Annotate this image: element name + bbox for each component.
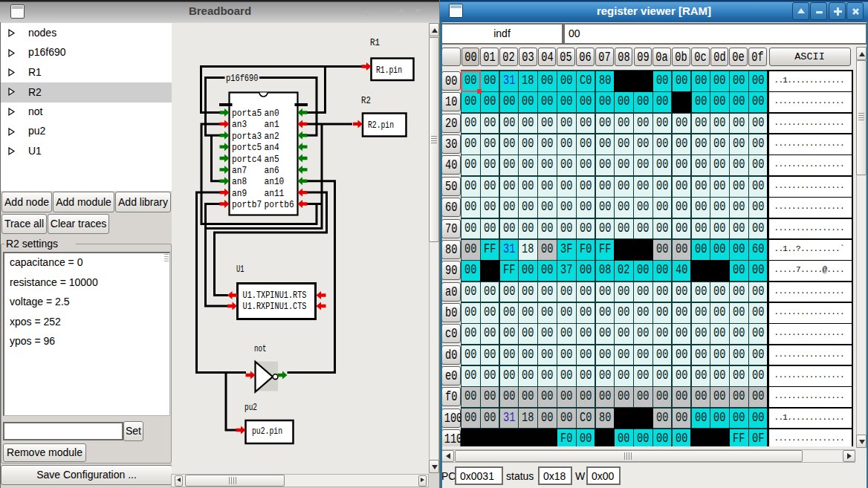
svg-text:an7: an7 xyxy=(232,165,247,176)
svg-text:an2: an2 xyxy=(265,131,279,142)
svg-text:an11: an11 xyxy=(265,188,285,199)
svg-text:portc5: portc5 xyxy=(232,142,262,153)
svg-text:an3: an3 xyxy=(232,119,247,130)
svg-text:porta5: porta5 xyxy=(232,108,262,119)
svg-text:U1: U1 xyxy=(236,264,244,275)
svg-text:portb7: portb7 xyxy=(232,199,262,210)
svg-text:p16f690: p16f690 xyxy=(226,73,259,84)
svg-text:R1.pin: R1.pin xyxy=(376,65,402,76)
svg-text:U1.TXPINU1.RTS: U1.TXPINU1.RTS xyxy=(243,290,307,301)
svg-text:porta3: porta3 xyxy=(232,131,262,142)
svg-text:U1.RXPINU1.CTS: U1.RXPINU1.CTS xyxy=(243,302,307,312)
svg-text:an9: an9 xyxy=(232,188,247,199)
svg-text:an8: an8 xyxy=(232,176,247,187)
svg-text:an10: an10 xyxy=(265,176,285,187)
svg-text:an6: an6 xyxy=(265,165,279,176)
svg-text:not: not xyxy=(254,343,267,354)
svg-text:an0: an0 xyxy=(265,108,279,119)
svg-text:pu2.pin: pu2.pin xyxy=(252,426,282,437)
svg-text:pu2: pu2 xyxy=(244,402,257,413)
svg-text:portb6: portb6 xyxy=(265,199,294,210)
svg-text:an4: an4 xyxy=(265,142,279,153)
svg-text:R1: R1 xyxy=(370,37,380,48)
svg-text:an1: an1 xyxy=(265,119,279,130)
svg-text:portc4: portc4 xyxy=(232,154,262,165)
svg-text:R2.pin: R2.pin xyxy=(368,120,394,131)
svg-text:R2: R2 xyxy=(361,95,371,106)
svg-text:an5: an5 xyxy=(265,154,279,165)
